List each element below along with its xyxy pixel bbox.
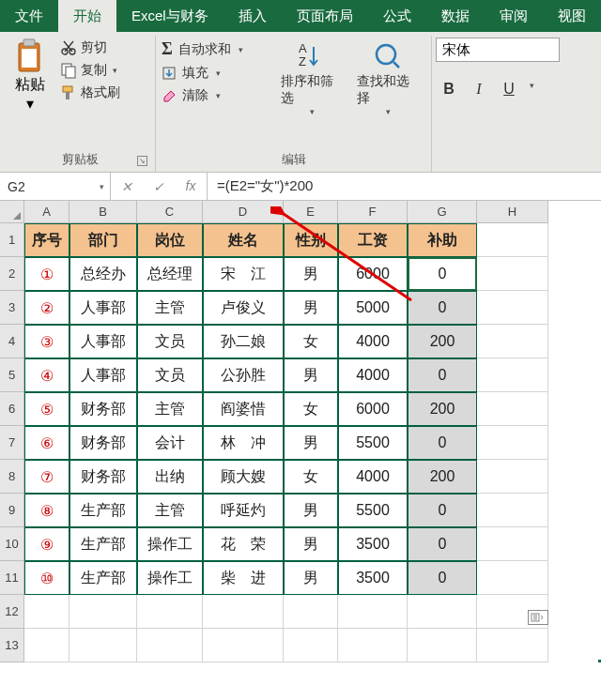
cell[interactable]: 0 — [408, 494, 477, 527]
format-painter-button[interactable]: 格式刷 — [56, 83, 124, 103]
cell[interactable]: 出纳 — [137, 460, 203, 494]
cell[interactable]: ① — [24, 257, 69, 291]
table-header-cell[interactable]: 岗位 — [137, 223, 203, 257]
cell[interactable]: 总经理 — [137, 257, 203, 291]
cell[interactable]: 5000 — [338, 291, 408, 325]
italic-button[interactable]: I — [470, 81, 488, 98]
cell[interactable] — [477, 426, 548, 460]
row-header[interactable]: 6 — [0, 392, 24, 426]
cell[interactable]: 4000 — [338, 325, 408, 358]
cell[interactable]: ⑦ — [24, 460, 69, 494]
cell[interactable] — [408, 629, 477, 662]
row-header[interactable]: 1 — [0, 223, 24, 257]
cell[interactable]: 3500 — [338, 527, 408, 561]
name-box[interactable]: G2 ▾ — [0, 173, 111, 200]
cell[interactable]: 6000 — [338, 392, 408, 426]
table-header-cell[interactable]: 性别 — [284, 223, 338, 257]
col-header[interactable]: A — [24, 201, 69, 223]
cell[interactable] — [338, 595, 408, 629]
cell[interactable] — [137, 595, 203, 629]
cell[interactable] — [477, 325, 548, 358]
cell[interactable] — [477, 494, 548, 527]
cell[interactable]: 操作工 — [137, 527, 203, 561]
cell[interactable]: ⑤ — [24, 392, 69, 426]
col-header[interactable]: D — [203, 201, 284, 223]
cell[interactable]: 人事部 — [69, 358, 137, 392]
cell[interactable]: 主管 — [137, 494, 203, 527]
col-header[interactable]: F — [338, 201, 408, 223]
row-header[interactable]: 4 — [0, 325, 24, 358]
cell[interactable] — [203, 629, 284, 662]
cell[interactable]: 男 — [284, 527, 338, 561]
cell[interactable]: 公孙胜 — [203, 358, 284, 392]
cell[interactable]: 0 — [408, 561, 477, 595]
autofill-options-button[interactable] — [528, 610, 548, 625]
cell[interactable]: 生产部 — [69, 494, 137, 527]
cell[interactable] — [69, 595, 137, 629]
cell[interactable]: 5500 — [338, 426, 408, 460]
cell[interactable]: 顾大嫂 — [203, 460, 284, 494]
cell[interactable]: 200 — [408, 460, 477, 494]
col-header[interactable]: E — [284, 201, 338, 223]
cell[interactable]: 0 — [408, 358, 477, 392]
cell[interactable] — [477, 460, 548, 494]
cell[interactable] — [477, 358, 548, 392]
cell[interactable] — [477, 527, 548, 561]
cell[interactable]: ② — [24, 291, 69, 325]
cell[interactable]: 200 — [408, 325, 477, 358]
cell[interactable] — [477, 392, 548, 426]
paste-button[interactable]: 粘贴 ▾ — [9, 38, 51, 113]
col-header[interactable]: G — [408, 201, 477, 223]
sort-filter-button[interactable]: AZ 排序和筛选 ▾ — [277, 38, 347, 118]
cut-button[interactable]: 剪切 — [56, 38, 124, 58]
cell[interactable] — [338, 629, 408, 662]
cell[interactable]: 生产部 — [69, 561, 137, 595]
row-header[interactable]: 11 — [0, 561, 24, 595]
table-header-cell[interactable]: 部门 — [69, 223, 137, 257]
row-header[interactable]: 3 — [0, 291, 24, 325]
cell[interactable]: 人事部 — [69, 325, 137, 358]
col-header[interactable]: B — [69, 201, 137, 223]
tab-data[interactable]: 数据 — [426, 0, 485, 32]
cell[interactable] — [24, 629, 69, 662]
table-header-cell[interactable]: 姓名 — [203, 223, 284, 257]
cell[interactable]: 5500 — [338, 494, 408, 527]
insert-function-button[interactable]: fx — [175, 178, 207, 194]
row-header[interactable]: 5 — [0, 358, 24, 392]
cell[interactable]: 0 — [408, 291, 477, 325]
cell[interactable] — [69, 629, 137, 662]
cell[interactable]: 0 — [408, 426, 477, 460]
cell[interactable]: 男 — [284, 257, 338, 291]
row-header[interactable]: 12 — [0, 595, 24, 629]
cell[interactable]: 会计 — [137, 426, 203, 460]
cell[interactable] — [477, 291, 548, 325]
row-header[interactable]: 9 — [0, 494, 24, 527]
col-header[interactable]: H — [477, 201, 548, 223]
row-header[interactable]: 10 — [0, 527, 24, 561]
tab-home[interactable]: 开始 — [58, 0, 116, 32]
cell[interactable]: 生产部 — [69, 527, 137, 561]
cell[interactable]: 男 — [284, 358, 338, 392]
cell[interactable] — [477, 223, 548, 257]
cell[interactable]: 男 — [284, 426, 338, 460]
row-header[interactable]: 2 — [0, 257, 24, 291]
tab-addin[interactable]: Excel与财务 — [116, 0, 223, 32]
chevron-down-icon[interactable]: ▾ — [100, 182, 104, 191]
clear-button[interactable]: 清除▾ — [160, 85, 271, 106]
cell[interactable] — [284, 629, 338, 662]
cell[interactable]: 财务部 — [69, 426, 137, 460]
cell[interactable]: 孙二娘 — [203, 325, 284, 358]
cell[interactable]: ⑨ — [24, 527, 69, 561]
cell[interactable]: 6000 — [338, 257, 408, 291]
cell[interactable]: 财务部 — [69, 460, 137, 494]
cell[interactable]: 文员 — [137, 325, 203, 358]
cell[interactable]: ⑧ — [24, 494, 69, 527]
select-all-corner[interactable] — [0, 201, 24, 223]
cell[interactable] — [24, 595, 69, 629]
find-select-button[interactable]: 查找和选择 ▾ — [353, 38, 424, 118]
bold-button[interactable]: B — [439, 81, 458, 98]
autosum-button[interactable]: Σ 自动求和▾ — [160, 38, 271, 61]
cell[interactable] — [137, 629, 203, 662]
cell[interactable]: ④ — [24, 358, 69, 392]
worksheet-grid[interactable]: A B C D E F G H 1序号部门岗位姓名性别工资补助2①总经办总经理宋… — [0, 201, 601, 662]
